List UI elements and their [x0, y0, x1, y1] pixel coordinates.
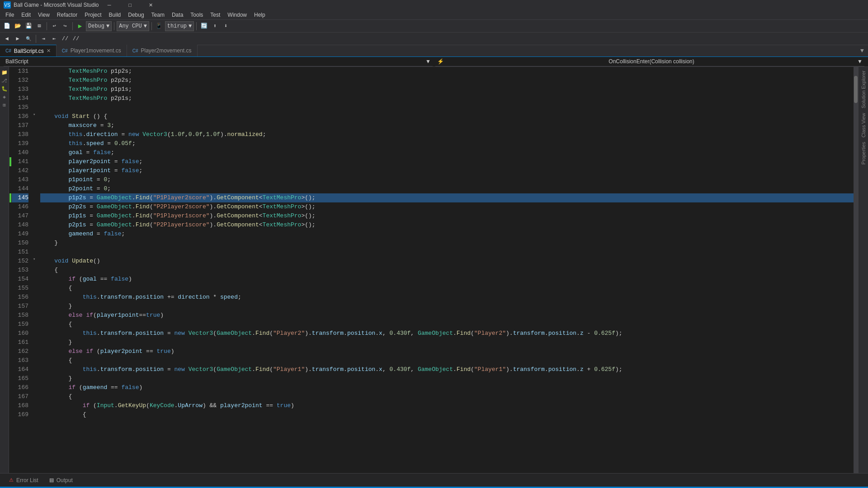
- menu-help[interactable]: Help: [250, 11, 269, 19]
- code-line-166: if (gameend == false): [40, 383, 854, 392]
- activity-git[interactable]: ⎇: [1, 77, 8, 84]
- tab-dropdown-btn[interactable]: ▼: [856, 45, 868, 56]
- tab-ballscript-icon: C#: [5, 48, 11, 53]
- code-line-148: p2p1s = GameObject.Find("P2Player1score"…: [40, 221, 854, 230]
- properties-label[interactable]: Properties: [861, 140, 866, 166]
- scroll-thumb[interactable]: [854, 76, 858, 103]
- class-view-label[interactable]: Class View: [861, 111, 866, 139]
- code-line-146: p2p2s = GameObject.Find("P2Player2score"…: [40, 202, 854, 211]
- activity-debug2[interactable]: 🐛: [1, 85, 8, 92]
- method-navigator[interactable]: ⚡ OnCollisionEnter(Collision collision) …: [435, 57, 864, 66]
- menu-build[interactable]: Build: [105, 11, 125, 19]
- tab-output[interactable]: ▤ Output: [44, 474, 78, 487]
- margin-green-1: [9, 157, 11, 166]
- code-line-147: p1p1s = GameObject.Find("P1Player1score"…: [40, 211, 854, 221]
- main-area: 📁 ⎇ 🐛 ◈ ⊞ 131132133134135 13613713813914…: [0, 67, 868, 473]
- menu-project[interactable]: Project: [81, 11, 105, 19]
- code-line-157: }: [40, 302, 854, 311]
- save-all-btn[interactable]: ⊞: [34, 21, 44, 31]
- toolbar-sep-4: [151, 22, 152, 30]
- output-label: Output: [57, 477, 73, 483]
- menu-edit[interactable]: Edit: [18, 11, 34, 19]
- activity-properties[interactable]: ⊞: [1, 101, 8, 108]
- code-line-137: maxscore = 3;: [40, 121, 854, 130]
- tab-player1-icon: C#: [62, 48, 68, 53]
- tab-bar: C# BallScript.cs ✕ C# Player1movement.cs…: [0, 45, 868, 57]
- code-line-136: void Start () {: [40, 112, 854, 121]
- class-navigator[interactable]: BallScript ▼: [4, 57, 433, 66]
- fold-update-btn[interactable]: ▾: [33, 257, 35, 262]
- menu-file[interactable]: File: [2, 11, 18, 19]
- menu-debug[interactable]: Debug: [124, 11, 147, 19]
- code-line-145: p1p2s = GameObject.Find("P1Player2score"…: [40, 193, 854, 202]
- activity-bar: 📁 ⎇ 🐛 ◈ ⊞: [0, 67, 9, 473]
- code-line-131: TextMeshPro p1p2s;: [40, 67, 854, 76]
- menu-team[interactable]: Team: [148, 11, 168, 19]
- tab-player1[interactable]: C# Player1movement.cs: [57, 45, 127, 56]
- branch-dropdown[interactable]: thirup ▼: [165, 21, 194, 31]
- debug-dropdown[interactable]: Debug ▼: [86, 21, 112, 31]
- error-list-icon: ⚠: [9, 477, 14, 483]
- code-line-135: [40, 103, 854, 112]
- menu-test[interactable]: Test: [207, 11, 224, 19]
- fold-start-btn[interactable]: ▾: [33, 112, 35, 117]
- menu-window[interactable]: Window: [224, 11, 250, 19]
- code-line-142: player1point = false;: [40, 166, 854, 175]
- bottom-panel: ⚠ Error List ▤ Output: [0, 473, 868, 487]
- activity-explorer[interactable]: 📁: [1, 69, 8, 76]
- menu-view[interactable]: View: [34, 11, 53, 19]
- menu-tools[interactable]: Tools: [187, 11, 207, 19]
- redo-btn[interactable]: ↪: [60, 21, 70, 31]
- open-btn[interactable]: 📂: [13, 21, 23, 31]
- tab-error-list[interactable]: ⚠ Error List: [4, 474, 44, 487]
- code-line-160: this.transform.position = new Vector3(Ga…: [40, 329, 854, 338]
- code-line-156: this.transform.position += direction * s…: [40, 293, 854, 302]
- tab-player2[interactable]: C# Player2movement.cs: [127, 45, 198, 56]
- tab-ballscript-close[interactable]: ✕: [47, 48, 51, 54]
- code-area[interactable]: TextMeshPro p1p2s; TextMeshPro p2p2s; Te…: [38, 67, 854, 473]
- nav-forward-btn[interactable]: ▶: [13, 34, 23, 44]
- code-line-163: {: [40, 356, 854, 365]
- code-line-162: else if (player2point == true): [40, 347, 854, 356]
- code-line-133: TextMeshPro p1p1s;: [40, 85, 854, 94]
- platform-arrow: ▼: [144, 23, 147, 29]
- save-btn[interactable]: 💾: [24, 21, 33, 31]
- code-line-140: goal = false;: [40, 148, 854, 157]
- tab-ballscript[interactable]: C# BallScript.cs ✕: [0, 45, 57, 56]
- editor-container: 131132133134135 136137138139140 14114214…: [9, 67, 868, 473]
- outdent-btn[interactable]: ⇤: [49, 34, 59, 44]
- debug-mode-label: Debug: [88, 23, 104, 29]
- menu-refactor[interactable]: Refactor: [53, 11, 81, 19]
- code-line-141: player2point = false;: [40, 157, 854, 166]
- device-btn[interactable]: 📱: [154, 21, 164, 31]
- pull-btn[interactable]: ⬇: [221, 21, 231, 31]
- debug-dropdown-arrow: ▼: [106, 23, 109, 29]
- new-project-btn[interactable]: 📄: [2, 21, 12, 31]
- comment-btn[interactable]: //: [60, 34, 70, 44]
- find-btn[interactable]: 🔍: [24, 34, 33, 44]
- code-line-155: {: [40, 284, 854, 293]
- push-btn[interactable]: ⬆: [210, 21, 220, 31]
- uncomment-btn[interactable]: //: [71, 34, 81, 44]
- code-line-150: }: [40, 239, 854, 248]
- nav-back-btn[interactable]: ◀: [2, 34, 12, 44]
- code-line-168: if (Input.GetKeyUp(KeyCode.UpArrow) && p…: [40, 401, 854, 410]
- start-btn[interactable]: ▶: [75, 21, 85, 31]
- platform-dropdown[interactable]: Any CPU ▼: [117, 21, 149, 31]
- close-button[interactable]: ✕: [141, 0, 161, 10]
- sync-btn[interactable]: 🔄: [199, 21, 209, 31]
- code-line-138: this.direction = new Vector3(1.0f,0.0f,1…: [40, 130, 854, 139]
- vertical-scrollbar[interactable]: [854, 67, 858, 473]
- activity-class-view[interactable]: ◈: [1, 93, 8, 100]
- method-dropdown-arrow: ▼: [857, 58, 863, 65]
- minimize-button[interactable]: ─: [99, 0, 120, 10]
- code-line-151: [40, 248, 854, 257]
- tab-player2-icon: C#: [132, 48, 138, 53]
- maximize-button[interactable]: □: [120, 0, 141, 10]
- undo-btn[interactable]: ↩: [49, 21, 59, 31]
- class-name-label: BallScript: [5, 58, 28, 65]
- indent-btn[interactable]: ⇥: [38, 34, 48, 44]
- menu-data[interactable]: Data: [168, 11, 187, 19]
- code-line-144: p2point = 0;: [40, 184, 854, 193]
- solution-explorer-label[interactable]: Solution Explorer: [861, 69, 866, 110]
